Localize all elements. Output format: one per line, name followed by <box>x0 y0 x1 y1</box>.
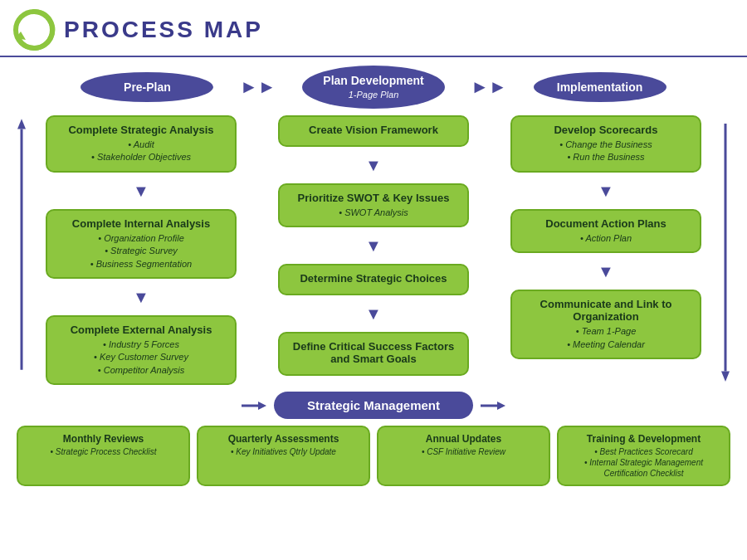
col-header-plan-dev: Plan Development 1-Page Plan <box>302 66 444 109</box>
prioritize-swot-box: Prioritize SWOT & Key Issues • SWOT Anal… <box>278 183 469 227</box>
column-impl: Develop Scorecards • Change the Business… <box>494 115 718 385</box>
svg-marker-5 <box>721 372 730 382</box>
column-pre-plan: Complete Strategic Analysis • Audit • St… <box>29 115 253 385</box>
complete-strategic-box: Complete Strategic Analysis • Audit • St… <box>46 115 237 173</box>
columns-wrapper: Complete Strategic Analysis • Audit • St… <box>12 115 735 385</box>
arrow-down-2a: ▼ <box>365 157 382 173</box>
communicate-link-box: Communicate and Link to Organization • T… <box>510 290 701 359</box>
bottom-boxes-row: Monthly Reviews • Strategic Process Chec… <box>12 426 735 486</box>
define-csf-box: Define Critical Success Factors and Smar… <box>278 332 469 376</box>
svg-marker-3 <box>17 119 26 129</box>
page-title: PROCESS MAP <box>64 17 263 43</box>
app-container: PROCESS MAP Pre-Plan ►► Plan Development… <box>0 0 747 490</box>
left-outer-arrow <box>14 115 29 377</box>
arrow-down-2c: ▼ <box>365 305 382 322</box>
develop-scorecards-box: Develop Scorecards • Change the Business… <box>510 115 701 173</box>
document-action-box: Document Action Plans • Action Plan <box>510 209 701 253</box>
monthly-reviews-box: Monthly Reviews • Strategic Process Chec… <box>17 426 190 486</box>
process-map-logo-icon <box>12 8 56 51</box>
complete-internal-box: Complete Internal Analysis • Organizatio… <box>46 209 237 279</box>
quarterly-assessments-box: Quarterly Assessments • Key Initiatives … <box>197 426 370 486</box>
strategic-mgmt-row: Strategic Management <box>12 392 735 419</box>
right-outer-arrow <box>718 124 733 385</box>
annual-updates-box: Annual Updates • CSF Initiative Review <box>377 426 550 486</box>
column-plan-dev: Create Vision Framework ▼ Prioritize SWO… <box>261 115 486 385</box>
header: PROCESS MAP <box>0 0 747 57</box>
col-header-impl: Implementation <box>534 72 666 102</box>
arrow-left-to-strategic <box>237 397 271 414</box>
create-vision-box: Create Vision Framework <box>278 115 469 147</box>
arrow-down-3b: ▼ <box>598 263 614 280</box>
determine-strategic-box: Determine Strategic Choices <box>278 264 469 295</box>
svg-marker-7 <box>258 402 266 410</box>
arrow-down-1b: ▼ <box>133 289 149 305</box>
training-dev-box: Training & Development • Best Practices … <box>557 426 730 486</box>
complete-external-box: Complete External Analysis • Industry 5 … <box>46 315 237 385</box>
arrow-down-1a: ▼ <box>133 183 149 199</box>
main-content: Pre-Plan ►► Plan Development 1-Page Plan… <box>0 57 747 490</box>
strategic-mgmt-ellipse: Strategic Management <box>274 392 473 419</box>
svg-marker-9 <box>497 402 505 410</box>
process-columns: Complete Strategic Analysis • Audit • St… <box>12 115 735 385</box>
arrow-down-2b: ▼ <box>365 237 382 254</box>
arrow-down-3a: ▼ <box>598 183 614 199</box>
column-headers-row: Pre-Plan ►► Plan Development 1-Page Plan… <box>12 66 735 109</box>
arrow-right-from-strategic <box>476 397 510 414</box>
arrow-pre-to-plan: ►► <box>240 76 276 98</box>
arrow-plan-to-impl: ►► <box>471 76 507 98</box>
col-header-pre-plan: Pre-Plan <box>81 72 213 102</box>
